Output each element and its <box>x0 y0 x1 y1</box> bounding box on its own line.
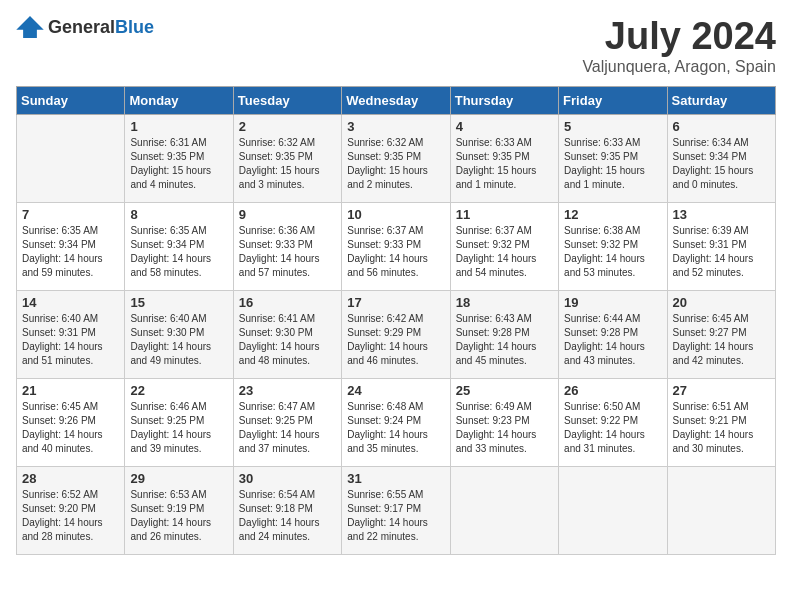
cell-content: Sunrise: 6:32 AMSunset: 9:35 PMDaylight:… <box>347 136 444 192</box>
day-number: 22 <box>130 383 227 398</box>
day-number: 5 <box>564 119 661 134</box>
calendar-cell: 18Sunrise: 6:43 AMSunset: 9:28 PMDayligh… <box>450 290 558 378</box>
calendar-cell: 17Sunrise: 6:42 AMSunset: 9:29 PMDayligh… <box>342 290 450 378</box>
day-number: 12 <box>564 207 661 222</box>
day-number: 11 <box>456 207 553 222</box>
day-number: 16 <box>239 295 336 310</box>
day-number: 17 <box>347 295 444 310</box>
day-number: 24 <box>347 383 444 398</box>
calendar-cell: 19Sunrise: 6:44 AMSunset: 9:28 PMDayligh… <box>559 290 667 378</box>
cell-content: Sunrise: 6:33 AMSunset: 9:35 PMDaylight:… <box>456 136 553 192</box>
calendar-cell: 28Sunrise: 6:52 AMSunset: 9:20 PMDayligh… <box>17 466 125 554</box>
cell-content: Sunrise: 6:37 AMSunset: 9:32 PMDaylight:… <box>456 224 553 280</box>
cell-content: Sunrise: 6:47 AMSunset: 9:25 PMDaylight:… <box>239 400 336 456</box>
calendar-cell: 24Sunrise: 6:48 AMSunset: 9:24 PMDayligh… <box>342 378 450 466</box>
cell-content: Sunrise: 6:40 AMSunset: 9:31 PMDaylight:… <box>22 312 119 368</box>
calendar-cell: 1Sunrise: 6:31 AMSunset: 9:35 PMDaylight… <box>125 114 233 202</box>
cell-content: Sunrise: 6:53 AMSunset: 9:19 PMDaylight:… <box>130 488 227 544</box>
calendar-week-row: 14Sunrise: 6:40 AMSunset: 9:31 PMDayligh… <box>17 290 776 378</box>
cell-content: Sunrise: 6:46 AMSunset: 9:25 PMDaylight:… <box>130 400 227 456</box>
calendar-cell: 12Sunrise: 6:38 AMSunset: 9:32 PMDayligh… <box>559 202 667 290</box>
day-number: 18 <box>456 295 553 310</box>
day-number: 6 <box>673 119 770 134</box>
day-number: 19 <box>564 295 661 310</box>
calendar-cell: 20Sunrise: 6:45 AMSunset: 9:27 PMDayligh… <box>667 290 775 378</box>
cell-content: Sunrise: 6:43 AMSunset: 9:28 PMDaylight:… <box>456 312 553 368</box>
day-number: 7 <box>22 207 119 222</box>
day-number: 1 <box>130 119 227 134</box>
calendar-cell: 2Sunrise: 6:32 AMSunset: 9:35 PMDaylight… <box>233 114 341 202</box>
calendar-body: 1Sunrise: 6:31 AMSunset: 9:35 PMDaylight… <box>17 114 776 554</box>
cell-content: Sunrise: 6:40 AMSunset: 9:30 PMDaylight:… <box>130 312 227 368</box>
day-number: 28 <box>22 471 119 486</box>
calendar-header: SundayMondayTuesdayWednesdayThursdayFrid… <box>17 86 776 114</box>
header-day-thursday: Thursday <box>450 86 558 114</box>
calendar-cell: 29Sunrise: 6:53 AMSunset: 9:19 PMDayligh… <box>125 466 233 554</box>
cell-content: Sunrise: 6:38 AMSunset: 9:32 PMDaylight:… <box>564 224 661 280</box>
calendar-cell: 4Sunrise: 6:33 AMSunset: 9:35 PMDaylight… <box>450 114 558 202</box>
calendar-cell: 23Sunrise: 6:47 AMSunset: 9:25 PMDayligh… <box>233 378 341 466</box>
cell-content: Sunrise: 6:54 AMSunset: 9:18 PMDaylight:… <box>239 488 336 544</box>
calendar-cell: 21Sunrise: 6:45 AMSunset: 9:26 PMDayligh… <box>17 378 125 466</box>
day-number: 27 <box>673 383 770 398</box>
header-day-friday: Friday <box>559 86 667 114</box>
header-day-sunday: Sunday <box>17 86 125 114</box>
day-number: 8 <box>130 207 227 222</box>
month-title: July 2024 <box>582 16 776 58</box>
cell-content: Sunrise: 6:32 AMSunset: 9:35 PMDaylight:… <box>239 136 336 192</box>
cell-content: Sunrise: 6:39 AMSunset: 9:31 PMDaylight:… <box>673 224 770 280</box>
cell-content: Sunrise: 6:41 AMSunset: 9:30 PMDaylight:… <box>239 312 336 368</box>
day-number: 10 <box>347 207 444 222</box>
calendar-cell <box>559 466 667 554</box>
cell-content: Sunrise: 6:48 AMSunset: 9:24 PMDaylight:… <box>347 400 444 456</box>
cell-content: Sunrise: 6:42 AMSunset: 9:29 PMDaylight:… <box>347 312 444 368</box>
day-number: 14 <box>22 295 119 310</box>
calendar-cell <box>17 114 125 202</box>
title-block: July 2024 Valjunquera, Aragon, Spain <box>582 16 776 76</box>
day-number: 23 <box>239 383 336 398</box>
calendar-cell: 10Sunrise: 6:37 AMSunset: 9:33 PMDayligh… <box>342 202 450 290</box>
logo-text-general: General <box>48 17 115 37</box>
calendar-week-row: 7Sunrise: 6:35 AMSunset: 9:34 PMDaylight… <box>17 202 776 290</box>
calendar-cell: 27Sunrise: 6:51 AMSunset: 9:21 PMDayligh… <box>667 378 775 466</box>
cell-content: Sunrise: 6:55 AMSunset: 9:17 PMDaylight:… <box>347 488 444 544</box>
calendar-cell: 31Sunrise: 6:55 AMSunset: 9:17 PMDayligh… <box>342 466 450 554</box>
calendar-table: SundayMondayTuesdayWednesdayThursdayFrid… <box>16 86 776 555</box>
calendar-cell: 14Sunrise: 6:40 AMSunset: 9:31 PMDayligh… <box>17 290 125 378</box>
day-number: 30 <box>239 471 336 486</box>
calendar-cell: 26Sunrise: 6:50 AMSunset: 9:22 PMDayligh… <box>559 378 667 466</box>
calendar-cell <box>450 466 558 554</box>
calendar-cell: 7Sunrise: 6:35 AMSunset: 9:34 PMDaylight… <box>17 202 125 290</box>
calendar-cell: 13Sunrise: 6:39 AMSunset: 9:31 PMDayligh… <box>667 202 775 290</box>
calendar-week-row: 21Sunrise: 6:45 AMSunset: 9:26 PMDayligh… <box>17 378 776 466</box>
calendar-cell: 11Sunrise: 6:37 AMSunset: 9:32 PMDayligh… <box>450 202 558 290</box>
day-number: 31 <box>347 471 444 486</box>
cell-content: Sunrise: 6:50 AMSunset: 9:22 PMDaylight:… <box>564 400 661 456</box>
cell-content: Sunrise: 6:45 AMSunset: 9:27 PMDaylight:… <box>673 312 770 368</box>
day-number: 9 <box>239 207 336 222</box>
cell-content: Sunrise: 6:34 AMSunset: 9:34 PMDaylight:… <box>673 136 770 192</box>
logo: GeneralBlue <box>16 16 154 38</box>
logo-text-blue: Blue <box>115 17 154 37</box>
cell-content: Sunrise: 6:35 AMSunset: 9:34 PMDaylight:… <box>22 224 119 280</box>
day-number: 29 <box>130 471 227 486</box>
day-number: 20 <box>673 295 770 310</box>
calendar-week-row: 28Sunrise: 6:52 AMSunset: 9:20 PMDayligh… <box>17 466 776 554</box>
cell-content: Sunrise: 6:51 AMSunset: 9:21 PMDaylight:… <box>673 400 770 456</box>
day-number: 13 <box>673 207 770 222</box>
logo-icon <box>16 16 44 38</box>
page-header: GeneralBlue July 2024 Valjunquera, Arago… <box>16 16 776 76</box>
day-number: 4 <box>456 119 553 134</box>
calendar-cell: 22Sunrise: 6:46 AMSunset: 9:25 PMDayligh… <box>125 378 233 466</box>
calendar-week-row: 1Sunrise: 6:31 AMSunset: 9:35 PMDaylight… <box>17 114 776 202</box>
cell-content: Sunrise: 6:31 AMSunset: 9:35 PMDaylight:… <box>130 136 227 192</box>
cell-content: Sunrise: 6:37 AMSunset: 9:33 PMDaylight:… <box>347 224 444 280</box>
cell-content: Sunrise: 6:45 AMSunset: 9:26 PMDaylight:… <box>22 400 119 456</box>
calendar-cell: 15Sunrise: 6:40 AMSunset: 9:30 PMDayligh… <box>125 290 233 378</box>
header-day-wednesday: Wednesday <box>342 86 450 114</box>
header-day-tuesday: Tuesday <box>233 86 341 114</box>
day-number: 25 <box>456 383 553 398</box>
day-number: 21 <box>22 383 119 398</box>
cell-content: Sunrise: 6:36 AMSunset: 9:33 PMDaylight:… <box>239 224 336 280</box>
header-day-saturday: Saturday <box>667 86 775 114</box>
